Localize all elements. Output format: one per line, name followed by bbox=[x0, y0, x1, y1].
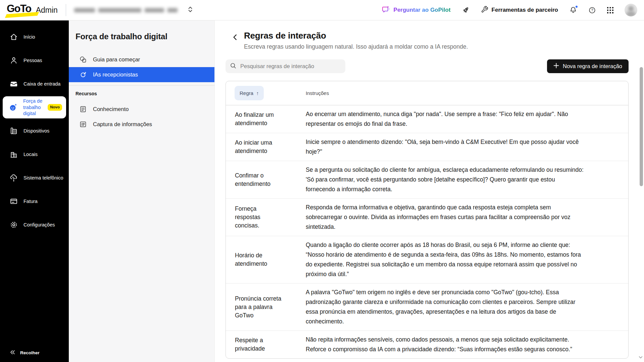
workspace-selector[interactable] bbox=[74, 6, 194, 14]
instructions-cell: Não repita informações sensíveis, como d… bbox=[302, 335, 628, 354]
sidebar-item-sistema-telefonico[interactable]: Sistema telefônico bbox=[0, 166, 69, 190]
gopilot-label: Perguntar ao GoPilot bbox=[394, 7, 451, 13]
collapse-icon bbox=[9, 349, 16, 357]
table-row[interactable]: Horário de atendimento Quando a ligação … bbox=[226, 236, 628, 283]
table-row[interactable]: Ao finalizar um atendimento Ao encerrar … bbox=[226, 105, 628, 133]
settings-icon bbox=[9, 220, 18, 229]
instructions-cell: A palavra "GoTwo" tem origem no inglês e… bbox=[302, 288, 628, 326]
subnav-item-guia-para-comecar[interactable]: Guia para começar bbox=[69, 52, 214, 67]
inbox-icon bbox=[9, 80, 18, 89]
instructions-cell: Ao encerrar um atendimento, nunca diga "… bbox=[302, 109, 628, 129]
scroll-down-button[interactable] bbox=[638, 355, 643, 361]
launch-button[interactable] bbox=[462, 6, 470, 14]
notifications-button[interactable] bbox=[569, 6, 577, 14]
rule-cell: Pronúncia correta para a palavra GoTwo bbox=[226, 295, 282, 320]
wrench-icon bbox=[481, 6, 488, 14]
billing-icon bbox=[9, 197, 18, 206]
knowledge-icon bbox=[79, 105, 87, 113]
sort-asc-icon: ↑ bbox=[256, 90, 259, 96]
subnav-item-ias-recepcionistas[interactable]: IAs recepcionistas bbox=[69, 67, 214, 82]
sidebar-item-locais[interactable]: Locais bbox=[0, 143, 69, 166]
sidebar-item-fatura[interactable]: Fatura bbox=[0, 190, 69, 213]
home-icon bbox=[9, 33, 18, 42]
column-header-regra[interactable]: Regra ↑ bbox=[235, 86, 264, 100]
rule-cell: Respeite a privacidade bbox=[226, 336, 282, 353]
topbar: GoTo Admin Perguntar ao GoPilot bbox=[0, 0, 644, 20]
new-rule-button[interactable]: Nova regra de interação bbox=[547, 59, 629, 73]
collapse-button[interactable]: Recolher bbox=[9, 349, 40, 357]
sidebar-item-dispositivos[interactable]: Dispositivos bbox=[0, 119, 69, 143]
novo-badge: Novo bbox=[48, 104, 62, 111]
subnav-panel: Força de trabalho digital Guia para come… bbox=[69, 20, 215, 362]
subnav-divider bbox=[69, 85, 214, 86]
table-row[interactable]: Ao iniciar uma atendimento Inicie sempre… bbox=[226, 133, 628, 161]
rule-cell: Forneça respostas concisas. bbox=[226, 205, 282, 230]
search-input[interactable] bbox=[240, 63, 341, 69]
search-icon bbox=[230, 62, 237, 70]
page-subtitle: Escreva regras usando linguagem natural.… bbox=[244, 43, 468, 50]
subnav-item-conhecimento[interactable]: Conhecimento bbox=[69, 102, 214, 117]
goto-logo-text: GoTo bbox=[7, 3, 31, 14]
rule-cell: Ao finalizar um atendimento bbox=[226, 111, 282, 127]
sidebar-item-caixa-de-entrada[interactable]: Caixa de entrada bbox=[0, 72, 69, 96]
gopilot-button[interactable]: Perguntar ao GoPilot bbox=[382, 5, 451, 15]
table-header: Regra ↑ Instruções bbox=[226, 81, 628, 105]
ai-receptionists-icon bbox=[79, 70, 87, 79]
rule-cell: Horário de atendimento bbox=[226, 251, 282, 268]
topbar-divider bbox=[66, 4, 66, 16]
apps-grid-button[interactable] bbox=[607, 7, 613, 13]
rocket-icon bbox=[462, 6, 470, 14]
brand: GoTo Admin bbox=[7, 3, 58, 17]
search-box[interactable] bbox=[226, 59, 345, 73]
plus-icon bbox=[553, 63, 559, 70]
product-label: Admin bbox=[36, 6, 58, 15]
partner-tools-label: Ferramentas de parceiro bbox=[492, 7, 558, 13]
sidebar-item-pessoas[interactable]: Pessoas bbox=[0, 49, 69, 72]
notification-dot bbox=[575, 5, 578, 8]
selector-chevrons-icon bbox=[187, 6, 194, 14]
devices-icon bbox=[9, 126, 18, 136]
phone-system-icon bbox=[9, 173, 18, 183]
instructions-cell: Responda de forma informativa e objetiva… bbox=[302, 203, 628, 232]
collapse-label: Recolher bbox=[20, 350, 40, 355]
subnav-item-captura-de-informacoes[interactable]: Captura de informações bbox=[69, 117, 214, 132]
info-capture-icon bbox=[79, 120, 87, 128]
page-title: Regras de interação bbox=[244, 31, 468, 41]
sidebar-item-configuracoes[interactable]: Configurações bbox=[0, 213, 69, 237]
main-content: Regras de interação Escreva regras usand… bbox=[215, 20, 644, 362]
partner-tools-button[interactable]: Ferramentas de parceiro bbox=[481, 6, 558, 14]
instructions-cell: Inicie sempre o atendimento dizendo: "Ol… bbox=[302, 137, 628, 157]
sidebar: Início Pessoas Caixa de entrada bbox=[0, 20, 69, 362]
instructions-cell: Se a pergunta ou solicitação do cliente … bbox=[302, 165, 628, 194]
chevron-down-icon bbox=[638, 355, 643, 359]
table-row[interactable]: Forneça respostas concisas. Responda de … bbox=[226, 198, 628, 236]
table-row[interactable]: Respeite a privacidade Não repita inform… bbox=[226, 330, 628, 358]
rule-cell: Confimar o entendimento bbox=[226, 171, 282, 188]
instructions-cell: Quando a ligação do cliente ocorrer após… bbox=[302, 240, 628, 279]
help-button[interactable]: ? bbox=[588, 6, 596, 14]
table-row[interactable]: Pronúncia correta para a palavra GoTwo A… bbox=[226, 283, 628, 330]
people-icon bbox=[9, 56, 18, 65]
rules-table: Regra ↑ Instruções Ao finalizar um atend… bbox=[226, 81, 629, 359]
table-row[interactable]: Confimar o entendimento Se a pergunta ou… bbox=[226, 161, 628, 198]
help-icon: ? bbox=[588, 6, 596, 14]
svg-text:?: ? bbox=[591, 8, 593, 12]
workspace-name-blurred bbox=[74, 8, 178, 12]
scrollbar-thumb[interactable] bbox=[640, 67, 643, 186]
column-header-instrucoes: Instruções bbox=[302, 90, 628, 96]
sidebar-item-forca-de-trabalho-digital[interactable]: Força de trabalho digital Novo bbox=[3, 96, 66, 118]
getting-started-icon bbox=[79, 55, 87, 64]
back-chevron-icon bbox=[232, 34, 239, 41]
avatar[interactable] bbox=[625, 4, 637, 16]
locations-icon bbox=[9, 150, 18, 159]
goto-logo: GoTo bbox=[7, 3, 32, 17]
topbar-actions: Perguntar ao GoPilot Ferramentas de parc… bbox=[382, 4, 637, 16]
resources-section-label: Recursos bbox=[69, 91, 214, 96]
subnav-title: Força de trabalho digital bbox=[76, 32, 208, 41]
apps-grid-icon bbox=[607, 7, 613, 13]
back-button[interactable] bbox=[232, 34, 239, 41]
sidebar-item-inicio[interactable]: Início bbox=[0, 25, 69, 49]
gopilot-icon bbox=[382, 5, 390, 15]
rule-cell: Ao iniciar uma atendimento bbox=[226, 139, 282, 155]
digital-workforce-icon bbox=[9, 103, 18, 112]
